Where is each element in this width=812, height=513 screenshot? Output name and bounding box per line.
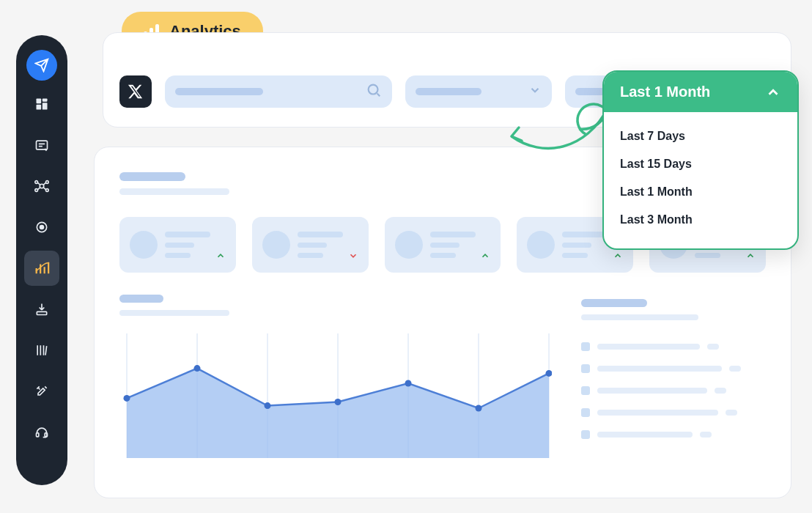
tools-icon — [34, 384, 49, 399]
date-range-option[interactable]: Last 7 Days — [620, 122, 781, 150]
stat-card[interactable] — [252, 217, 369, 273]
placeholder-skeleton — [175, 88, 263, 95]
svg-point-26 — [335, 399, 342, 405]
chevron-up-icon — [765, 84, 781, 100]
stat-icon-skeleton — [130, 231, 158, 259]
svg-rect-13 — [37, 433, 39, 437]
inbox-icon — [34, 138, 49, 152]
svg-point-23 — [124, 395, 130, 402]
search-icon — [366, 82, 382, 101]
svg-point-8 — [35, 189, 38, 192]
legend-item — [581, 364, 764, 373]
date-range-option[interactable]: Last 1 Month — [620, 178, 781, 206]
sidebar-item-dashboard[interactable] — [24, 86, 59, 122]
sidebar-item-network[interactable] — [24, 169, 59, 204]
date-range-options: Last 7 Days Last 15 Days Last 1 Month La… — [604, 112, 797, 248]
svg-rect-0 — [37, 99, 42, 104]
chart-subtitle-skeleton — [119, 310, 229, 316]
date-range-option[interactable]: Last 15 Days — [620, 150, 781, 178]
trend-up-icon — [215, 251, 226, 264]
date-range-selected-label: Last 1 Month — [620, 84, 710, 100]
legend-subtitle-skeleton — [581, 314, 698, 320]
svg-point-27 — [405, 380, 412, 387]
svg-rect-1 — [43, 99, 48, 102]
placeholder-skeleton — [416, 88, 481, 95]
stat-icon-skeleton — [395, 231, 423, 259]
trend-up-icon — [480, 251, 490, 264]
target-icon — [34, 220, 49, 235]
svg-point-25 — [265, 402, 271, 409]
filter-dropdown-1[interactable] — [405, 75, 552, 108]
svg-point-9 — [46, 189, 49, 192]
svg-point-11 — [40, 226, 44, 229]
headset-icon — [34, 425, 49, 440]
sidebar-item-tools[interactable] — [24, 374, 59, 409]
svg-point-7 — [46, 181, 49, 184]
svg-rect-4 — [37, 141, 48, 150]
trend-up-icon — [613, 251, 623, 264]
x-icon — [128, 84, 144, 100]
legend-title-skeleton — [581, 299, 647, 307]
sidebar — [16, 35, 67, 485]
chevron-down-icon — [528, 84, 542, 100]
svg-point-24 — [194, 365, 201, 372]
sidebar-item-support[interactable] — [24, 415, 59, 450]
stat-card[interactable] — [119, 217, 236, 273]
svg-rect-12 — [37, 311, 46, 314]
sidebar-item-target[interactable] — [24, 210, 59, 245]
download-icon — [34, 302, 49, 317]
trend-down-icon — [348, 251, 358, 264]
dashboard-icon — [34, 97, 49, 111]
svg-rect-2 — [43, 103, 48, 109]
section-title-skeleton — [119, 172, 185, 181]
stat-card[interactable] — [385, 217, 501, 273]
svg-point-15 — [369, 85, 378, 95]
network-icon — [34, 178, 50, 194]
stat-icon-skeleton — [527, 231, 555, 259]
legend-panel — [581, 295, 764, 461]
stat-icon-skeleton — [262, 231, 290, 259]
search-input[interactable] — [165, 75, 392, 108]
chart-title-skeleton — [119, 295, 163, 303]
svg-rect-3 — [37, 105, 42, 110]
svg-point-6 — [35, 181, 38, 184]
x-logo[interactable] — [119, 75, 152, 108]
library-icon — [34, 343, 49, 358]
date-range-dropdown: Last 1 Month Last 7 Days Last 15 Days La… — [602, 70, 799, 250]
sidebar-item-inbox[interactable] — [24, 128, 59, 163]
sidebar-item-download[interactable] — [24, 292, 59, 327]
analytics-icon — [34, 260, 50, 276]
send-icon — [34, 58, 49, 73]
sidebar-item-analytics[interactable] — [24, 251, 59, 286]
section-subtitle-skeleton — [119, 188, 229, 195]
legend-item — [581, 408, 764, 417]
sidebar-item-library[interactable] — [24, 333, 59, 368]
trend-up-icon — [745, 251, 756, 264]
area-chart — [119, 333, 552, 458]
legend-item — [581, 386, 764, 395]
chart-panel — [119, 295, 552, 461]
svg-point-5 — [40, 184, 44, 188]
svg-point-28 — [476, 405, 482, 412]
legend-item — [581, 430, 764, 439]
date-range-selected[interactable]: Last 1 Month — [604, 72, 797, 112]
sidebar-item-send[interactable] — [26, 50, 57, 81]
date-range-option[interactable]: Last 3 Month — [620, 206, 781, 234]
chart-section — [119, 295, 766, 461]
legend-item — [581, 342, 764, 351]
